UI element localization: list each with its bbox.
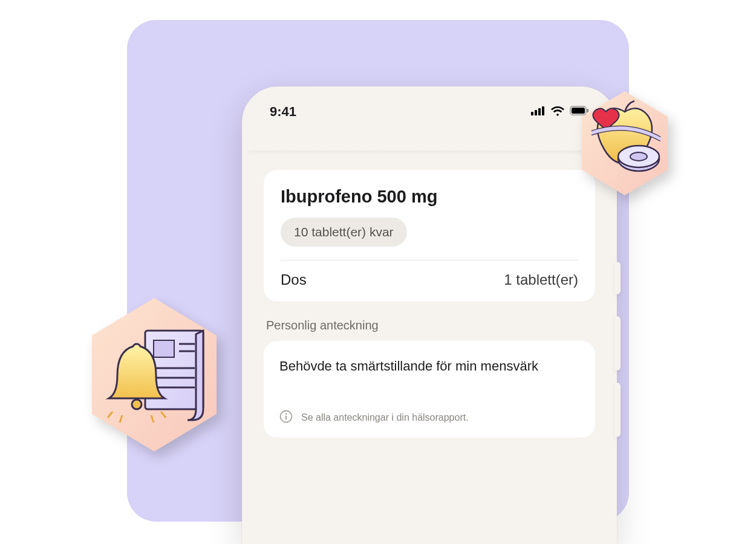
dose-value: 1 tablett(er): [504, 271, 578, 288]
reminder-badge-icon: [79, 293, 230, 456]
note-footer-text: Se alla anteckningar i din hälsorapport.: [301, 412, 469, 423]
svg-rect-6: [587, 109, 589, 112]
svg-rect-1: [535, 110, 537, 115]
dose-row: Dos 1 tablett(er): [281, 271, 578, 288]
battery-icon: [570, 106, 589, 118]
svg-rect-0: [531, 112, 533, 115]
cellular-icon: [531, 106, 546, 118]
svg-point-17: [132, 400, 142, 409]
status-bar: 9:41: [249, 94, 610, 130]
dose-label: Dos: [281, 271, 307, 288]
medication-name: Ibuprofeno 500 mg: [281, 187, 578, 207]
note-card[interactable]: Behövde ta smärtstillande för min mensvä…: [264, 341, 595, 438]
note-section-label: Personlig anteckning: [266, 319, 593, 332]
svg-rect-3: [542, 106, 544, 115]
svg-point-24: [630, 152, 647, 161]
svg-rect-2: [538, 108, 541, 115]
card-divider: [281, 260, 578, 261]
svg-rect-5: [572, 108, 585, 114]
phone-frame: 9:41 Ibuprofeno 500 mg 10 tablett(er) kv…: [242, 86, 617, 544]
note-text: Behövde ta smärtstillande för min mensvä…: [279, 357, 579, 376]
info-icon: [279, 410, 293, 426]
header-divider: [249, 151, 610, 155]
remaining-pill: 10 tablett(er) kvar: [281, 218, 407, 247]
note-footer: Se alla anteckningar i din hälsorapport.: [279, 410, 579, 426]
wifi-icon: [550, 105, 565, 118]
svg-point-8: [285, 413, 287, 415]
svg-rect-11: [154, 340, 174, 357]
svg-rect-9: [285, 415, 287, 419]
status-icons: [531, 105, 589, 118]
status-time: 9:41: [270, 104, 296, 120]
medication-card[interactable]: Ibuprofeno 500 mg 10 tablett(er) kvar Do…: [264, 170, 595, 302]
